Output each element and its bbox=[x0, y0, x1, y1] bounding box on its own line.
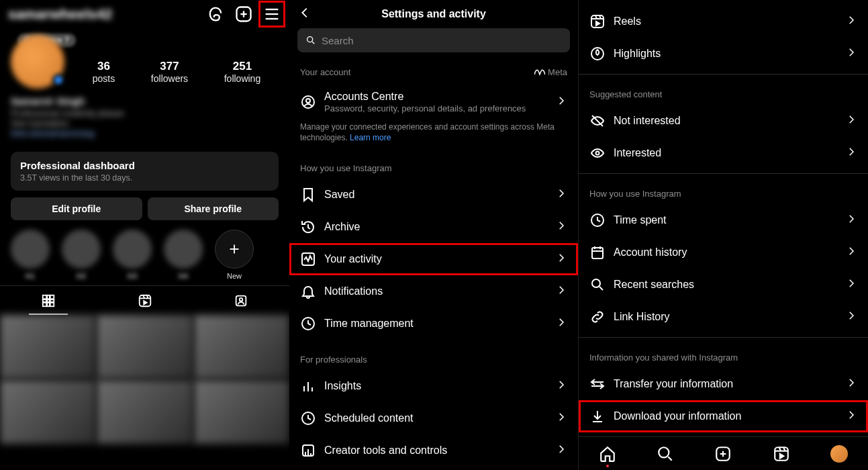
clock-icon bbox=[300, 316, 324, 332]
row-link-history[interactable]: Link History bbox=[579, 301, 868, 333]
row-creator-tools[interactable]: Creator tools and controls bbox=[289, 434, 578, 467]
row-download-info[interactable]: Download your information bbox=[579, 400, 868, 432]
archive-icon bbox=[300, 219, 324, 235]
section-how-you-use-2: How you use Instagram bbox=[589, 189, 681, 199]
new-story-badge bbox=[52, 74, 64, 86]
bio-text2: See translation bbox=[11, 118, 279, 128]
chevron-right-icon bbox=[845, 377, 857, 391]
highlights-icon bbox=[589, 46, 614, 62]
row-scheduled[interactable]: Scheduled content bbox=[289, 402, 578, 434]
chevron-right-icon bbox=[845, 146, 857, 160]
post-thumb[interactable] bbox=[97, 380, 192, 444]
bookmark-icon bbox=[300, 187, 324, 203]
highlight[interactable]: hl4 bbox=[164, 230, 203, 280]
row-saved[interactable]: Saved bbox=[289, 179, 578, 211]
highlight[interactable]: hl2 bbox=[62, 230, 101, 280]
chevron-right-icon bbox=[555, 284, 567, 299]
nav-search[interactable] bbox=[656, 444, 675, 463]
clock-icon bbox=[300, 410, 324, 426]
chevron-right-icon bbox=[555, 316, 567, 331]
svg-rect-9 bbox=[47, 295, 50, 299]
svg-line-58 bbox=[669, 457, 672, 460]
post-thumb[interactable] bbox=[0, 380, 95, 444]
post-thumb[interactable] bbox=[194, 380, 289, 444]
search-input[interactable]: Search bbox=[297, 28, 570, 52]
clock-icon bbox=[589, 212, 614, 228]
post-thumb[interactable] bbox=[97, 315, 192, 379]
edit-profile-button[interactable]: Edit profile bbox=[11, 197, 142, 220]
creator-icon bbox=[300, 442, 324, 459]
reels-icon bbox=[589, 13, 614, 30]
stat-following[interactable]: 251 following bbox=[224, 60, 260, 84]
stat-posts[interactable]: 36 posts bbox=[93, 60, 115, 84]
svg-marker-42 bbox=[596, 21, 599, 26]
highlight[interactable]: hl1 bbox=[11, 230, 50, 280]
row-transfer-info[interactable]: Transfer your information bbox=[579, 368, 868, 400]
professional-dashboard[interactable]: Professional dashboard 3.5T views in the… bbox=[11, 152, 279, 191]
tab-tagged[interactable] bbox=[193, 286, 289, 315]
svg-line-52 bbox=[599, 287, 603, 290]
chevron-right-icon bbox=[555, 187, 567, 202]
eye-off-icon bbox=[589, 113, 614, 129]
download-icon bbox=[589, 408, 614, 424]
chevron-right-icon bbox=[555, 379, 567, 393]
chevron-right-icon bbox=[845, 245, 857, 260]
section-your-account: Your account bbox=[300, 67, 350, 77]
highlight[interactable]: hl3 bbox=[113, 230, 152, 280]
link-icon bbox=[589, 309, 614, 325]
svg-rect-10 bbox=[50, 295, 54, 299]
svg-rect-14 bbox=[43, 302, 47, 306]
row-accounts-centre[interactable]: Accounts Centre Password, security, pers… bbox=[289, 83, 578, 122]
back-icon[interactable] bbox=[297, 5, 314, 23]
section-how-you-use: How you use Instagram bbox=[300, 163, 392, 173]
section-info-shared: Information you shared with Instagram bbox=[589, 352, 738, 363]
stat-followers[interactable]: 377 followers bbox=[151, 60, 188, 84]
row-highlights[interactable]: Highlights bbox=[579, 38, 868, 70]
row-recent-searches[interactable]: Recent searches bbox=[579, 269, 868, 301]
svg-point-57 bbox=[659, 447, 669, 457]
chevron-right-icon bbox=[555, 220, 567, 234]
svg-point-24 bbox=[307, 37, 313, 42]
row-insights[interactable]: Insights bbox=[289, 370, 578, 402]
nav-profile[interactable] bbox=[830, 444, 849, 463]
post-thumb[interactable] bbox=[194, 315, 289, 379]
row-interested[interactable]: Interested bbox=[579, 137, 868, 169]
chevron-right-icon bbox=[555, 411, 567, 426]
nav-create[interactable] bbox=[714, 444, 732, 463]
row-archive[interactable]: Archive bbox=[289, 211, 578, 243]
eye-icon bbox=[589, 145, 614, 161]
bio-link[interactable]: links.bio/samarvirsing bbox=[11, 128, 279, 138]
learn-more-link[interactable]: Learn more bbox=[350, 133, 391, 142]
row-not-interested[interactable]: Not interested bbox=[579, 105, 868, 137]
svg-rect-11 bbox=[43, 299, 47, 302]
nav-home[interactable] bbox=[598, 444, 617, 463]
threads-icon[interactable] bbox=[206, 5, 225, 23]
row-time-spent[interactable]: Time spent bbox=[579, 204, 868, 236]
share-profile-button[interactable]: Share profile bbox=[148, 197, 279, 220]
svg-point-51 bbox=[592, 279, 600, 287]
svg-rect-16 bbox=[50, 302, 54, 306]
chevron-right-icon bbox=[845, 409, 857, 424]
tab-reels[interactable] bbox=[97, 286, 193, 315]
nav-reels[interactable] bbox=[772, 444, 791, 463]
chevron-right-icon bbox=[845, 113, 857, 128]
chevron-right-icon bbox=[845, 277, 857, 292]
create-icon[interactable] bbox=[234, 5, 253, 23]
row-reels[interactable]: Reels bbox=[579, 5, 868, 38]
hamburger-menu-icon[interactable] bbox=[262, 5, 281, 23]
row-your-activity[interactable]: Your activity bbox=[289, 243, 578, 275]
meta-logo: Meta bbox=[534, 67, 567, 77]
new-highlight[interactable]: New bbox=[215, 230, 254, 280]
tab-grid[interactable] bbox=[0, 286, 97, 315]
username[interactable]: samarwheels42 bbox=[8, 6, 112, 22]
post-thumb[interactable] bbox=[0, 315, 95, 379]
settings-title: Settings and activity bbox=[314, 8, 554, 20]
row-account-history[interactable]: Account history bbox=[579, 236, 868, 269]
svg-point-23 bbox=[240, 297, 243, 301]
chevron-right-icon bbox=[845, 213, 857, 228]
accounts-desc: Manage your connected experiences and ac… bbox=[289, 122, 578, 148]
svg-rect-17 bbox=[139, 295, 150, 306]
activity-icon bbox=[300, 251, 324, 267]
row-time-management[interactable]: Time management bbox=[289, 308, 578, 340]
row-notifications[interactable]: Notifications bbox=[289, 275, 578, 308]
